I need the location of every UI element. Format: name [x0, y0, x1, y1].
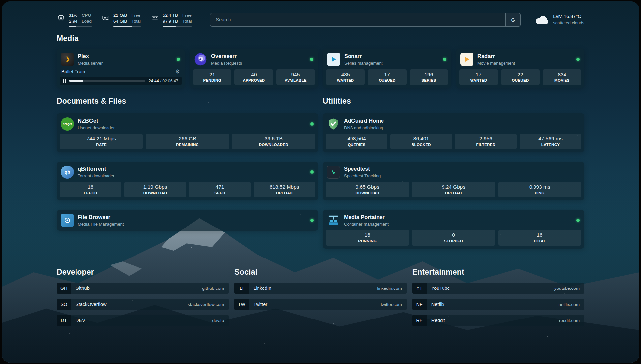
service-card-qbittorrent[interactable]: qb qBittorrent Torrent downloader 16LEEC… — [57, 162, 318, 200]
bookmark-url: github.com — [202, 286, 224, 291]
service-description: Speedtest Tracking — [344, 173, 381, 178]
status-dot — [443, 58, 446, 61]
ram-free-label: Free — [131, 13, 140, 18]
service-card-plex[interactable]: Plex Media server Bullet Train ⚙ 24:44 /… — [57, 49, 185, 88]
disk-free: 52.4 TB — [163, 13, 178, 18]
stat-upload: 9.24 GbpsUPLOAD — [412, 182, 495, 197]
bookmark-url: reddit.com — [559, 318, 580, 323]
bookmark-github[interactable]: GH Github github.com — [57, 283, 229, 294]
service-card-speedtest[interactable]: Speedtest Speedtest Tracking 9.65 GbpsDO… — [323, 162, 584, 200]
stat-queued: 22QUEUED — [501, 69, 539, 85]
playback-bar: 24:44 / 02:06:47 — [60, 77, 182, 85]
bookmark-url: twitter.com — [381, 302, 402, 307]
stat-available: 945AVAILABLE — [276, 69, 315, 85]
cpu-icon — [57, 14, 65, 22]
bookmark-name: LinkedIn — [253, 286, 271, 291]
ram-total: 64 GiB — [113, 18, 127, 24]
stat-wanted: 485WANTED — [326, 69, 365, 85]
service-description: Series management — [344, 61, 382, 66]
stat-queued: 17QUEUED — [368, 69, 406, 85]
stat-blocked: 86,401BLOCKED — [390, 134, 452, 149]
search-provider-button[interactable]: G — [505, 13, 521, 27]
playback-time: 24:44 / 02:06:47 — [149, 79, 178, 83]
gear-icon[interactable]: ⚙ — [175, 69, 180, 74]
disk-bar — [163, 26, 192, 27]
stat-remaining: 266 GBREMAINING — [146, 134, 229, 149]
stat-queries: 498,564QUERIES — [326, 134, 387, 149]
overseerr-icon — [194, 53, 207, 66]
playback-progress[interactable] — [69, 80, 145, 82]
cpu-percent: 31% — [69, 13, 77, 18]
service-card-radarr[interactable]: Radarr Movie management 17WANTED 22QUEUE… — [456, 49, 584, 88]
top-bar: 31% 2.94 CPU Load — [57, 1, 584, 27]
sonarr-icon — [327, 53, 340, 66]
documents-column: Documents & Files nzbget NZBGet Usenet d… — [57, 97, 318, 249]
ram-bar — [113, 26, 141, 27]
bookmark-abbr: GH — [57, 283, 71, 294]
status-dot — [310, 122, 314, 126]
service-description: Movie management — [477, 61, 515, 66]
bookmark-twitter[interactable]: TW Twitter twitter.com — [234, 299, 406, 310]
disk-icon — [151, 14, 159, 22]
media-cards: Plex Media server Bullet Train ⚙ 24:44 /… — [57, 49, 584, 88]
bookmark-name: Twitter — [253, 302, 267, 307]
pause-icon — [63, 79, 66, 83]
stat-movies: 834MOVIES — [543, 69, 581, 85]
service-description: Media server — [78, 61, 103, 66]
snow-specks — [2, 1, 3, 2]
service-card-filebrowser[interactable]: File Browser Media File Management — [57, 210, 318, 231]
status-dot — [310, 58, 313, 61]
bookmark-abbr: NF — [412, 299, 427, 310]
section-heading-social: Social — [234, 268, 406, 277]
service-description: Usenet downloader — [78, 125, 115, 130]
resource-widgets: 31% 2.94 CPU Load — [57, 13, 192, 27]
plex-icon — [61, 53, 74, 66]
service-description: Media File Management — [78, 222, 124, 227]
stat-leech: 16LEECH — [60, 182, 121, 197]
stat-approved: 40APPROVED — [234, 69, 273, 85]
bookmark-url: linkedin.com — [377, 286, 402, 291]
service-name: NZBGet — [78, 118, 115, 124]
ram-total-label: Total — [131, 18, 141, 24]
bookmark-url: dev.to — [212, 318, 224, 323]
weather-description: scattered clouds — [553, 20, 584, 26]
adguard-icon — [327, 117, 340, 131]
service-name: Media Portainer — [344, 214, 389, 221]
bookmark-netflix[interactable]: NF Netflix netflix.com — [412, 299, 584, 310]
bookmark-url: stackoverflow.com — [188, 302, 224, 307]
bookmark-abbr: LI — [234, 283, 249, 294]
bookmark-stackoverflow[interactable]: SO StackOverflow stackoverflow.com — [57, 299, 229, 310]
cpu-label: CPU — [82, 13, 91, 18]
service-card-overseerr[interactable]: Overseerr Media Requests 21PENDING 40APP… — [190, 49, 318, 88]
bookmark-linkedin[interactable]: LI LinkedIn linkedin.com — [234, 283, 406, 294]
search-input[interactable] — [210, 13, 505, 27]
bookmark-dev[interactable]: DT DEV dev.to — [57, 315, 229, 326]
bookmark-column-social: Social LI LinkedIn linkedin.com TW Twitt… — [234, 268, 406, 326]
bookmark-name: YouTube — [431, 286, 450, 291]
service-name: Radarr — [477, 53, 515, 60]
stat-series: 196SERIES — [410, 69, 448, 85]
status-dot — [576, 58, 580, 61]
status-dot — [177, 58, 180, 61]
service-card-adguard[interactable]: AdGuard Home DNS and adblocking 498,564Q… — [323, 113, 584, 152]
section-heading-media: Media — [57, 34, 584, 43]
stat-download: 1.19 GbpsDOWNLOAD — [124, 182, 186, 197]
stat-filtered: 2,956FILTERED — [455, 134, 517, 149]
bookmark-youtube[interactable]: YT YouTube youtube.com — [412, 283, 584, 294]
bookmark-name: StackOverflow — [76, 302, 106, 307]
stat-download: 9.65 GbpsDOWNLOAD — [326, 182, 409, 197]
disk-total-label: Total — [182, 18, 192, 24]
disk-free-label: Free — [182, 13, 192, 18]
bookmark-reddit[interactable]: RE Reddit reddit.com — [412, 315, 584, 326]
cpu-load-label: Load — [82, 18, 92, 24]
cpu-bar — [69, 26, 92, 27]
bookmarks-section: Developer GH Github github.com SO StackO… — [57, 268, 584, 343]
stat-downloaded: 39.6 TBDOWNLOADED — [232, 134, 315, 149]
stat-stopped: 0STOPPED — [412, 230, 495, 246]
service-name: Speedtest — [344, 166, 381, 172]
service-card-nzbget[interactable]: nzbget NZBGet Usenet downloader 744.21 M… — [57, 113, 318, 152]
service-card-portainer[interactable]: Media Portainer Container management 16R… — [323, 210, 584, 249]
service-card-sonarr[interactable]: Sonarr Series management 485WANTED 17QUE… — [323, 49, 451, 88]
stat-total: 16TOTAL — [498, 230, 581, 246]
filebrowser-icon — [61, 214, 74, 227]
